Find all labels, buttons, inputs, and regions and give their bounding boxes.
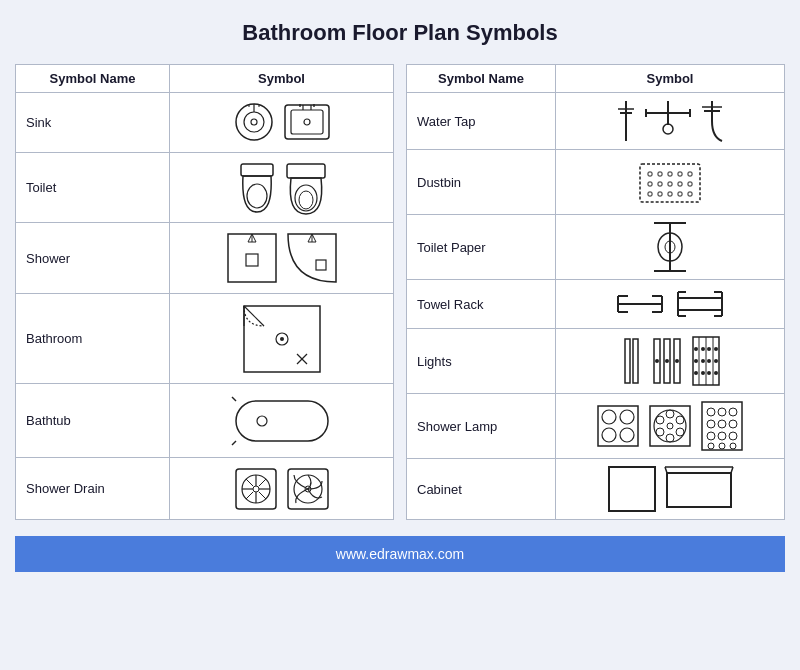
- row-name-shower-drain: Shower Drain: [16, 458, 170, 520]
- svg-point-141: [729, 420, 737, 428]
- table-row: Shower Lamp: [407, 394, 785, 459]
- svg-point-130: [676, 428, 684, 436]
- svg-line-45: [246, 492, 253, 499]
- svg-point-115: [707, 347, 711, 351]
- svg-point-142: [707, 432, 715, 440]
- svg-point-147: [730, 443, 736, 449]
- svg-point-129: [676, 416, 684, 424]
- svg-point-2: [251, 119, 257, 125]
- svg-rect-74: [668, 192, 672, 196]
- svg-line-44: [259, 479, 266, 486]
- svg-rect-32: [236, 401, 328, 441]
- svg-rect-75: [678, 192, 682, 196]
- svg-rect-68: [658, 182, 662, 186]
- table-row: Toilet Paper: [407, 215, 785, 280]
- row-symbol-toilet-paper: [556, 215, 785, 280]
- svg-point-128: [666, 410, 674, 418]
- row-symbol-bathtub: [170, 384, 394, 458]
- svg-point-139: [707, 420, 715, 428]
- svg-point-103: [665, 359, 669, 363]
- svg-rect-66: [688, 172, 692, 176]
- svg-rect-15: [287, 164, 325, 178]
- row-name-toilet-paper: Toilet Paper: [407, 215, 556, 280]
- svg-point-127: [654, 410, 686, 442]
- svg-point-14: [247, 184, 267, 208]
- svg-point-116: [707, 359, 711, 363]
- svg-line-150: [665, 467, 667, 473]
- svg-line-46: [259, 492, 266, 499]
- svg-rect-98: [633, 339, 638, 383]
- svg-point-137: [718, 408, 726, 416]
- svg-rect-72: [648, 192, 652, 196]
- left-header-name: Symbol Name: [16, 65, 170, 93]
- svg-point-102: [655, 359, 659, 363]
- svg-rect-67: [648, 182, 652, 186]
- svg-line-27: [244, 306, 264, 326]
- table-row: Bathtub: [16, 384, 394, 458]
- row-symbol-cabinet: [556, 459, 785, 520]
- row-name-bathtub: Bathtub: [16, 384, 170, 458]
- svg-point-136: [707, 408, 715, 416]
- row-name-lights: Lights: [407, 329, 556, 394]
- row-name-water-tap: Water Tap: [407, 93, 556, 150]
- svg-rect-64: [668, 172, 672, 176]
- table-row: Lights: [407, 329, 785, 394]
- svg-rect-73: [658, 192, 662, 196]
- svg-point-122: [602, 410, 616, 424]
- right-header-symbol: Symbol: [556, 65, 785, 93]
- svg-line-43: [246, 479, 253, 486]
- svg-point-119: [714, 359, 718, 363]
- svg-rect-21: [246, 254, 258, 266]
- table-row: Bathroom: [16, 293, 394, 383]
- svg-point-140: [718, 420, 726, 428]
- svg-point-120: [714, 371, 718, 375]
- row-name-shower: Shower: [16, 223, 170, 294]
- row-name-bathroom: Bathroom: [16, 293, 170, 383]
- svg-point-131: [666, 434, 674, 442]
- svg-point-117: [707, 371, 711, 375]
- footer-url: www.edrawmax.com: [336, 546, 464, 562]
- svg-point-112: [701, 347, 705, 351]
- table-row: Sink: [16, 93, 394, 153]
- svg-line-34: [232, 397, 236, 401]
- svg-point-145: [708, 443, 714, 449]
- row-symbol-toilet: [170, 152, 394, 223]
- svg-point-134: [667, 423, 673, 429]
- svg-rect-69: [668, 182, 672, 186]
- row-name-sink: Sink: [16, 93, 170, 153]
- svg-line-151: [731, 467, 733, 473]
- svg-point-33: [257, 416, 267, 426]
- row-name-towel-rack: Towel Rack: [407, 280, 556, 329]
- svg-point-110: [694, 359, 698, 363]
- svg-point-146: [719, 443, 725, 449]
- row-symbol-shower-drain: [170, 458, 394, 520]
- svg-point-125: [620, 428, 634, 442]
- row-name-shower-lamp: Shower Lamp: [407, 394, 556, 459]
- svg-rect-97: [625, 339, 630, 383]
- svg-point-38: [253, 486, 259, 492]
- svg-point-143: [718, 432, 726, 440]
- table-row: Dustbin: [407, 150, 785, 215]
- row-symbol-water-tap: [556, 93, 785, 150]
- table-row: Toilet: [16, 152, 394, 223]
- table-row: Towel Rack: [407, 280, 785, 329]
- table-row: Shower Drain: [16, 458, 394, 520]
- svg-point-55: [663, 124, 673, 134]
- svg-rect-62: [648, 172, 652, 176]
- svg-point-16: [295, 185, 317, 211]
- svg-point-29: [280, 337, 284, 341]
- right-symbol-table: Symbol Name Symbol Water Tap: [406, 64, 785, 520]
- row-symbol-lights: [556, 329, 785, 394]
- svg-rect-126: [650, 406, 690, 446]
- svg-point-133: [656, 416, 664, 424]
- table-row: Shower: [16, 223, 394, 294]
- svg-rect-70: [678, 182, 682, 186]
- svg-rect-71: [688, 182, 692, 186]
- svg-point-1: [244, 112, 264, 132]
- svg-point-114: [701, 371, 705, 375]
- svg-point-8: [304, 119, 310, 125]
- svg-rect-13: [241, 164, 273, 176]
- svg-rect-24: [316, 260, 326, 270]
- row-symbol-sink: [170, 93, 394, 153]
- table-row: Water Tap: [407, 93, 785, 150]
